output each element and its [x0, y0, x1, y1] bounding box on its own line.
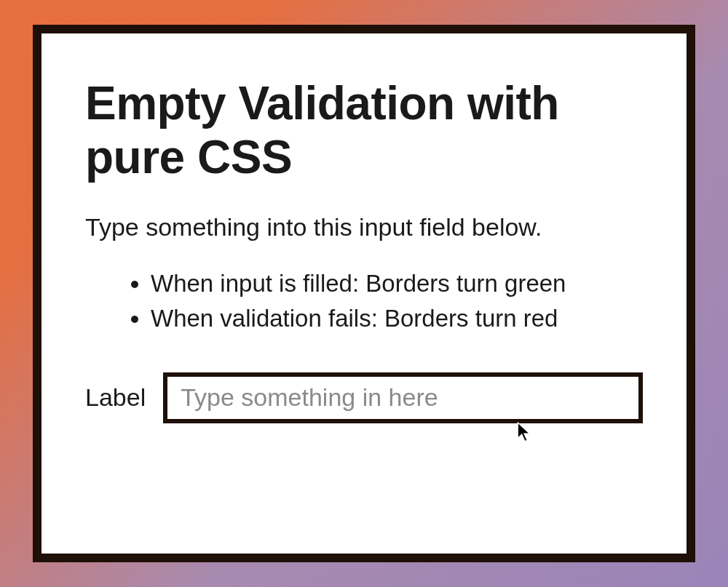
instruction-text: Type something into this input field bel…: [85, 213, 643, 241]
rules-list: When input is filled: Borders turn green…: [85, 266, 643, 336]
input-label: Label: [85, 383, 146, 412]
rule-item-filled: When input is filled: Borders turn green: [151, 266, 643, 301]
rule-item-invalid: When validation fails: Borders turn red: [151, 301, 643, 336]
form-row: Label: [85, 372, 643, 423]
page-title: Empty Validation with pure CSS: [85, 77, 643, 184]
validation-input[interactable]: [163, 372, 643, 423]
demo-card: Empty Validation with pure CSS Type some…: [33, 25, 695, 562]
